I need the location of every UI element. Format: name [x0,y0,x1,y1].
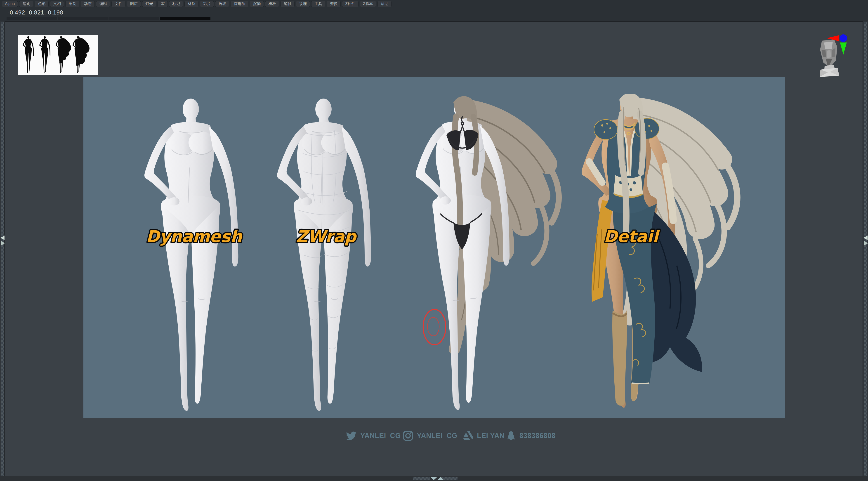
credit-qq: 838386808 [506,428,556,443]
menu-item-dynamics[interactable]: 动态 [81,1,95,7]
svg-text:ZWrap: ZWrap [296,227,357,246]
readout-z: -0.198 [46,9,63,16]
instagram-icon [402,430,414,442]
svg-text:Dynamesh: Dynamesh [146,227,243,246]
position-readout: -0.492,-0.821,-0.198 [8,9,63,16]
left-pauldron [594,120,618,139]
menu-item-zplugin[interactable]: Z插件 [342,1,358,7]
axis-orientation-gizmo[interactable] [826,33,853,56]
readout-y: -0.821 [27,9,44,16]
axis-x-arrow-icon [827,35,839,41]
menu-item-help[interactable]: 帮助 [377,1,392,7]
figure-zwrap-retopo [264,97,381,418]
menu-item-macro[interactable]: 宏 [158,1,168,7]
menu-item-layer[interactable]: 图层 [127,1,141,7]
alpha-silhouettes-icon [18,35,98,75]
stage-label-zwrap: ZWrap [293,224,402,249]
twitter-icon [345,430,357,441]
alpha-preview-thumbnail[interactable] [18,35,98,75]
qq-number: 838386808 [520,432,556,440]
axis-z-dot-icon [839,34,847,42]
menu-item-file[interactable]: 文件 [112,1,125,7]
shelf-segment[interactable] [6,17,57,20]
bottom-tray-divider[interactable] [413,477,430,480]
menu-item-light[interactable]: 灯光 [142,1,156,7]
figure-final-detail [568,94,835,419]
menu-item-picker[interactable]: 拾取 [215,1,229,7]
credit-instagram: YANLEI_CG [402,428,457,443]
stage-label-detail: Detail [601,224,710,249]
shelf-segment[interactable] [58,17,108,20]
svg-text:Detail: Detail [604,227,660,246]
menu-item-texture[interactable]: 纹理 [296,1,310,7]
left-tray-divider[interactable] [1,22,4,476]
menu-item-color[interactable]: 色彩 [35,1,49,7]
document-area[interactable]: Dynamesh ZWrap Detail [84,77,785,418]
left-tray-close-arrow-icon[interactable] [0,241,5,246]
stage-label-dynamesh: Dynamesh [143,224,252,249]
menu-item-edit[interactable]: 编辑 [96,1,110,7]
menu-item-marker[interactable]: 标记 [169,1,183,7]
bottom-tray-close-arrow-icon[interactable] [430,477,437,480]
readout-x: -0.492 [8,9,25,16]
credit-artstation: LEI YAN [462,428,504,443]
menu-item-alpha[interactable]: Alpha [2,1,18,7]
zbrush-window: Alpha 笔刷 色彩 文档 绘制 动态 编辑 文件 图层 灯光 宏 标记 材质… [0,0,868,481]
right-tray-open-arrow-icon[interactable] [863,235,868,241]
right-tray-close-arrow-icon[interactable] [863,241,868,246]
menu-item-brush[interactable]: 笔刷 [19,1,33,7]
menu-item-document[interactable]: 文档 [50,1,64,7]
axis-y-arrow-icon [840,42,847,55]
qq-penguin-icon [506,430,516,442]
menu-item-zscript[interactable]: Z脚本 [360,1,376,7]
menu-item-tool[interactable]: 工具 [311,1,325,7]
readout-separator: , [44,9,46,16]
twitter-handle: YANLEI_CG [360,432,401,440]
bottom-tray-open-arrow-icon[interactable] [437,477,444,480]
menu-item-preferences[interactable]: 首选项 [230,1,248,7]
right-tray-divider[interactable] [864,22,867,476]
artstation-handle: LEI YAN [477,432,504,440]
menu-item-material[interactable]: 材质 [184,1,198,7]
brush-cursor-annotation [421,308,449,347]
left-tray-open-arrow-icon[interactable] [0,235,5,241]
credit-twitter: YANLEI_CG [345,428,401,443]
menu-item-movie[interactable]: 影片 [200,1,214,7]
menu-item-stencil[interactable]: 模板 [265,1,279,7]
figure-dynamesh-sculpt [131,97,249,418]
menu-item-render[interactable]: 渲染 [250,1,264,7]
menu-item-draw[interactable]: 绘制 [65,1,79,7]
menu-bar: Alpha 笔刷 色彩 文档 绘制 动态 编辑 文件 图层 灯光 宏 标记 材质… [0,0,868,8]
shelf-segment[interactable] [109,17,159,20]
shelf-segment-active[interactable] [160,17,211,20]
artstation-icon [462,430,474,441]
menu-item-stroke[interactable]: 笔触 [281,1,294,7]
instagram-handle: YANLEI_CG [417,432,457,440]
menu-item-transform[interactable]: 变换 [327,1,341,7]
